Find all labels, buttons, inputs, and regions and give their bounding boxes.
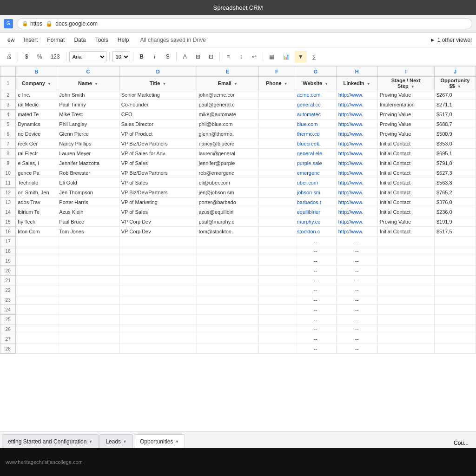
- menu-format[interactable]: Format: [43, 35, 68, 45]
- linkedin-cell: http://www.: [336, 110, 377, 119]
- col-d-header: D: [119, 66, 197, 77]
- tab-opportunities[interactable]: Opportunities ▼: [134, 434, 185, 448]
- linkedin-header[interactable]: LinkedIn ▼: [336, 77, 377, 90]
- opportunity-header[interactable]: Opportunity$$ ▼: [434, 77, 476, 90]
- empty-row: 19 -- --: [0, 256, 476, 266]
- table-row[interactable]: 5 Dynamics Phil Langley Sales Director p…: [0, 119, 476, 129]
- opportunity-cell: $627,3: [434, 168, 476, 178]
- menu-tools[interactable]: Tools: [92, 35, 112, 45]
- empty-stage: [377, 324, 434, 334]
- empty-name: [57, 256, 119, 266]
- number-btn[interactable]: 123: [47, 51, 63, 63]
- website-cell: acme.com: [295, 90, 336, 100]
- empty-phone: [258, 237, 295, 246]
- opportunity-cell: $191,9: [434, 217, 476, 227]
- empty-email: [197, 295, 258, 305]
- row-number: 10: [0, 168, 16, 178]
- opportunity-cell: $563,8: [434, 178, 476, 188]
- phone-header[interactable]: Phone ▼: [258, 77, 295, 90]
- menu-view[interactable]: ew: [4, 35, 18, 45]
- phone-cell: [258, 207, 295, 217]
- table-row[interactable]: 7 reek Ger Nancy Phillips VP Biz/Dev/Par…: [0, 139, 476, 149]
- empty-company: [16, 256, 57, 266]
- tab-getting-started[interactable]: etting Started and Configuration ▼: [2, 434, 99, 448]
- play-icon: ►: [430, 37, 436, 43]
- field-header-row: 1 Company ▼ Name ▼ Title ▼ Email ▼ Phone…: [0, 77, 476, 90]
- font-family-select[interactable]: Arial: [69, 51, 106, 62]
- tab-leads[interactable]: Leads ▼: [99, 434, 133, 448]
- company-header[interactable]: Company ▼: [16, 77, 57, 90]
- table-btn[interactable]: ▦: [266, 51, 278, 63]
- table-row[interactable]: 4 mated Te Mike Trest CEO mike@automate …: [0, 110, 476, 119]
- website-cell: thermo.co: [295, 129, 336, 139]
- table-row[interactable]: 10 gence Pa Rob Brewster VP Biz/Dev/Part…: [0, 168, 476, 178]
- empty-email: [197, 324, 258, 334]
- table-row[interactable]: 13 ados Trav Porter Harris VP of Marketi…: [0, 198, 476, 207]
- stage-cell: Initial Contact: [377, 227, 434, 237]
- name-header[interactable]: Name ▼: [57, 77, 119, 90]
- stage-cell: Initial Contact: [377, 139, 434, 149]
- title-header[interactable]: Title ▼: [119, 77, 197, 90]
- wrap-btn[interactable]: ↩: [249, 51, 260, 63]
- italic-btn[interactable]: I: [149, 51, 160, 63]
- tab-more[interactable]: Cou...: [448, 438, 474, 448]
- table-row[interactable]: 2 e Inc. John Smith Senior Marketing joh…: [0, 90, 476, 100]
- menu-data[interactable]: Data: [70, 35, 89, 45]
- menu-help[interactable]: Help: [114, 35, 133, 45]
- address-bar[interactable]: 🔒 https 🔒 docs.google.com: [17, 18, 472, 29]
- borders-btn[interactable]: ⊞: [192, 51, 204, 63]
- merge-btn[interactable]: ⊡: [205, 51, 217, 63]
- tab-getting-started-arrow[interactable]: ▼: [88, 439, 93, 444]
- chart-btn[interactable]: 📊: [279, 51, 293, 63]
- font-size-select[interactable]: 10: [112, 51, 130, 62]
- table-row[interactable]: 14 ibirium Te Azus Klein VP of Sales azu…: [0, 207, 476, 217]
- fill-color-btn[interactable]: A: [179, 51, 191, 63]
- bold-btn[interactable]: B: [136, 51, 147, 63]
- name-cell: Jennifer Mazzotta: [57, 159, 119, 168]
- valign-btn[interactable]: ↕: [236, 51, 247, 63]
- percent-btn[interactable]: %: [34, 51, 46, 63]
- empty-company: [16, 246, 57, 256]
- table-row[interactable]: 6 no Device Glenn Pierce VP of Product g…: [0, 129, 476, 139]
- column-header-row: B C D E F G H I J: [0, 66, 476, 77]
- empty-title: [119, 315, 197, 324]
- empty-phone: [258, 256, 295, 266]
- sep5: [176, 52, 177, 61]
- menu-insert[interactable]: Insert: [20, 35, 41, 45]
- strikethrough-btn[interactable]: S: [162, 51, 173, 63]
- tab-leads-arrow[interactable]: ▼: [123, 439, 127, 444]
- empty-website: --: [295, 334, 336, 344]
- row-number: 7: [0, 139, 16, 149]
- sep2: [66, 52, 66, 61]
- empty-title: [119, 324, 197, 334]
- stage-header[interactable]: Stage / NextStep ▼: [377, 77, 434, 90]
- phone-cell: [258, 139, 295, 149]
- align-btn[interactable]: ≡: [223, 51, 234, 63]
- website-header[interactable]: Website ▼: [295, 77, 336, 90]
- website-cell: barbados.t: [295, 198, 336, 207]
- table-row[interactable]: 11 Technolo Eli Gold VP of Sales eli@ube…: [0, 178, 476, 188]
- empty-opportunity: [434, 256, 476, 266]
- empty-linkedin: --: [336, 276, 377, 285]
- data-table: B C D E F G H I J 1 Company ▼ Name ▼ Tit…: [0, 66, 476, 354]
- empty-company: [16, 324, 57, 334]
- print-btn[interactable]: 🖨: [3, 51, 15, 63]
- name-cell: Azus Klein: [57, 207, 119, 217]
- email-header[interactable]: Email ▼: [197, 77, 258, 90]
- table-row[interactable]: 15 hy Tech Paul Bruce VP Corp Dev paul@m…: [0, 217, 476, 227]
- empty-linkedin: --: [336, 305, 377, 315]
- empty-name: [57, 315, 119, 324]
- empty-name: [57, 266, 119, 276]
- tab-opportunities-arrow[interactable]: ▼: [175, 439, 179, 444]
- function-btn[interactable]: ∑: [309, 51, 320, 63]
- filter-btn[interactable]: ▼: [295, 51, 307, 63]
- currency-btn[interactable]: $: [21, 51, 32, 63]
- table-row[interactable]: 12 on Smith, Jen Jen Thompson VP Biz/Dev…: [0, 188, 476, 198]
- empty-linkedin: --: [336, 324, 377, 334]
- table-row[interactable]: 8 ral Electr Lauren Meyer VP of Sales fo…: [0, 149, 476, 159]
- table-row[interactable]: 9 e Sales, I Jennifer Mazzotta VP of Sal…: [0, 159, 476, 168]
- spreadsheet-area: B C D E F G H I J 1 Company ▼ Name ▼ Tit…: [0, 66, 476, 466]
- table-row[interactable]: 3 ral Medic Paul Timmy Co-Founder paul@g…: [0, 100, 476, 110]
- company-cell: ibirium Te: [16, 207, 57, 217]
- table-row[interactable]: 16 kton Com Tom Jones VP Corp Dev tom@st…: [0, 227, 476, 237]
